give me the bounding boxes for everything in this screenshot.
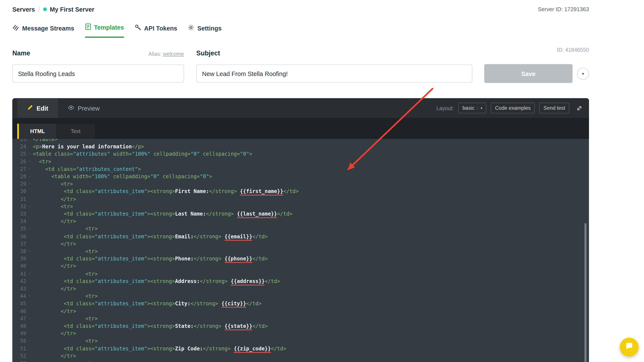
code-token: cellpadding= — [110, 173, 150, 180]
layout-selected-value: basic — [462, 105, 475, 111]
editor-header: Edit Preview Layout: basic ▾ Code exampl… — [12, 98, 589, 118]
expand-icon[interactable] — [576, 105, 582, 111]
template-name-input[interactable] — [12, 64, 184, 82]
code-token: class= — [76, 278, 95, 284]
code-text: <tr> — [33, 225, 589, 233]
tab-templates[interactable]: Templates — [85, 24, 124, 38]
line-number: 50 — [12, 338, 26, 345]
layout-select[interactable]: basic ▾ — [458, 103, 486, 113]
code-token: </tr> — [61, 308, 76, 314]
code-editor[interactable]: 23</table>24<p>Here is your lead informa… — [12, 139, 589, 362]
save-options-button[interactable]: ▾ — [577, 68, 589, 80]
template-variable: {{first_name}} — [240, 188, 283, 196]
code-text: <table width="100%" cellpadding="0" cell… — [33, 173, 589, 180]
code-token: </tr> — [61, 241, 76, 247]
breadcrumb-servers-link[interactable]: Servers — [12, 6, 35, 13]
tab-api-tokens[interactable]: API Tokens — [134, 24, 177, 38]
fold-arrow-icon[interactable]: ▾ — [26, 158, 33, 166]
subject-input[interactable] — [196, 64, 472, 82]
send-test-button[interactable]: Send test — [539, 103, 569, 113]
edit-tab-label: Edit — [36, 104, 48, 112]
code-token: "attributes_item" — [95, 188, 147, 194]
template-id-value: 41846550 — [565, 47, 589, 53]
tab-message-streams[interactable]: Message Streams — [12, 24, 74, 38]
tab-text[interactable]: Text — [56, 124, 95, 139]
code-token: <td — [45, 166, 58, 172]
code-token: <tr> — [86, 248, 98, 254]
code-token: > — [209, 173, 212, 180]
tab-edit[interactable]: Edit — [17, 98, 58, 118]
code-token: class= — [76, 323, 95, 329]
code-text: <td class="attributes_item"><strong>Firs… — [33, 188, 589, 196]
line-number: 52 — [12, 352, 26, 360]
tab-settings[interactable]: Settings — [188, 24, 222, 38]
code-text: <td class="attributes_item"><strong>Zip … — [33, 345, 589, 352]
code-text: <tr> — [33, 270, 589, 278]
line-number: 31 — [12, 196, 26, 203]
code-token: <table — [51, 173, 73, 180]
line-number: 49 — [12, 330, 26, 338]
alias-link[interactable]: welcome — [163, 51, 184, 57]
code-token: </td> — [277, 211, 292, 217]
fold-arrow-icon[interactable]: ▾ — [26, 248, 33, 255]
code-text: <td class="attributes_item"><strong>City… — [33, 300, 589, 308]
tab-html[interactable]: HTML — [17, 124, 56, 139]
code-line: 44▾<tr> — [12, 293, 589, 300]
help-beacon-button[interactable] — [620, 338, 639, 357]
line-number: 40 — [12, 262, 26, 270]
code-token: <tr> — [39, 158, 52, 165]
code-line: 43</tr> — [12, 285, 589, 293]
code-token: </p> — [132, 144, 144, 150]
fold-arrow-icon[interactable]: ▾ — [26, 225, 33, 233]
code-line: 53▾<tr> — [12, 360, 589, 362]
fold-spacer — [26, 143, 33, 150]
fold-arrow-icon[interactable]: ▾ — [26, 315, 33, 322]
chevron-down-icon: ▾ — [582, 71, 584, 76]
code-token: <td — [64, 211, 76, 217]
scrollbar-thumb[interactable] — [584, 223, 587, 362]
fold-arrow-icon[interactable]: ▾ — [26, 173, 33, 180]
save-button[interactable]: Save — [484, 64, 572, 83]
code-token: </strong> — [190, 300, 221, 306]
code-token: <td — [64, 188, 76, 194]
code-token: width= — [73, 173, 92, 180]
fold-arrow-icon[interactable]: ▾ — [26, 203, 33, 210]
code-token: > — [138, 166, 141, 172]
fold-arrow-icon[interactable]: ▾ — [26, 293, 33, 300]
code-text: <tr> — [33, 248, 589, 255]
code-token: class= — [58, 166, 76, 172]
fold-spacer — [26, 330, 33, 338]
fold-arrow-icon[interactable]: ▾ — [26, 180, 33, 188]
template-form: Name Alias: welcome Subject ID: 41846550… — [12, 47, 589, 83]
code-token: "attributes_item" — [95, 211, 147, 217]
code-token: First Name: — [175, 188, 209, 194]
server-id-label: Server ID: — [538, 6, 563, 12]
fold-arrow-icon[interactable]: ▾ — [26, 270, 33, 278]
code-token: "0" — [200, 173, 209, 180]
code-token: "attributes_item" — [95, 233, 147, 240]
code-text: <tr> — [33, 293, 589, 300]
line-number: 48 — [12, 322, 26, 330]
fold-arrow-icon[interactable]: ▾ — [26, 338, 33, 345]
code-token: class= — [54, 151, 73, 157]
code-examples-button[interactable]: Code examples — [491, 103, 535, 113]
code-token: <tr> — [61, 181, 73, 187]
template-variable: {{email}} — [224, 233, 252, 240]
fold-arrow-icon[interactable]: ▾ — [26, 166, 33, 173]
code-line: 46</tr> — [12, 308, 589, 315]
tab-label: Templates — [94, 24, 124, 31]
code-line: 42<td class="attributes_item"><strong>Ad… — [12, 278, 589, 285]
code-token: </strong> — [194, 256, 224, 262]
tab-preview[interactable]: Preview — [58, 98, 110, 118]
top-bar: Servers / My First Server Server ID: 172… — [0, 0, 644, 13]
editor-controls: Layout: basic ▾ Code examples Send test — [436, 103, 582, 113]
code-text: </table> — [33, 139, 589, 143]
code-line: 41▾<tr> — [12, 270, 589, 278]
fold-spacer — [26, 285, 33, 293]
code-token: class= — [76, 256, 95, 262]
fold-arrow-icon[interactable]: ▾ — [26, 150, 33, 158]
code-token: "0" — [150, 173, 160, 180]
fold-arrow-icon[interactable]: ▾ — [26, 360, 33, 362]
pencil-icon — [27, 104, 33, 112]
code-token: ><strong> — [147, 256, 175, 262]
